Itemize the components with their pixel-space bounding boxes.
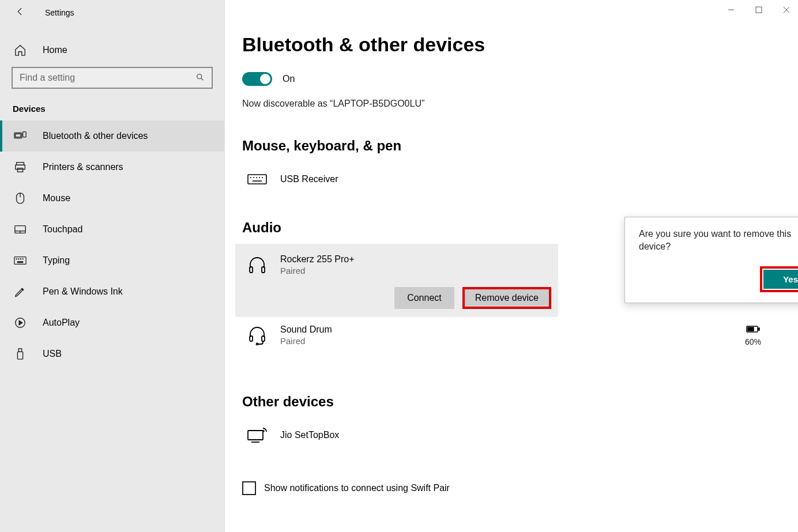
titlebar: Settings bbox=[0, 0, 224, 25]
mouse-icon bbox=[14, 192, 27, 205]
sidebar-item-printers[interactable]: Printers & scanners bbox=[0, 152, 224, 183]
page-title: Bluetooth & other devices bbox=[242, 33, 778, 56]
svg-point-15 bbox=[20, 259, 21, 259]
selected-device-panel: Rockerz 255 Pro+ Paired Connect Remove d… bbox=[235, 244, 558, 317]
svg-rect-6 bbox=[17, 168, 22, 172]
connect-button[interactable]: Connect bbox=[394, 287, 454, 309]
svg-rect-5 bbox=[16, 165, 25, 169]
sidebar-section-label: Devices bbox=[0, 89, 224, 120]
popup-actions: Yes bbox=[639, 266, 798, 292]
swift-pair-label: Show notifications to connect using Swif… bbox=[264, 483, 450, 493]
sidebar-item-mouse[interactable]: Mouse bbox=[0, 183, 224, 214]
sidebar-item-label: Typing bbox=[43, 255, 70, 266]
svg-rect-3 bbox=[23, 132, 27, 137]
home-label: Home bbox=[43, 45, 67, 55]
app-title: Settings bbox=[45, 8, 74, 17]
svg-point-0 bbox=[197, 74, 202, 78]
sidebar-item-label: Pen & Windows Ink bbox=[43, 286, 123, 297]
autoplay-icon bbox=[14, 316, 27, 329]
sidebar-item-typing[interactable]: Typing bbox=[0, 245, 224, 276]
svg-rect-34 bbox=[250, 336, 253, 341]
svg-rect-35 bbox=[262, 336, 265, 341]
device-name: Sound Drum bbox=[280, 325, 732, 335]
device-status: Paired bbox=[280, 336, 732, 346]
pen-icon bbox=[14, 285, 27, 298]
svg-point-16 bbox=[22, 259, 23, 259]
minimize-button[interactable] bbox=[728, 6, 735, 15]
svg-point-36 bbox=[257, 343, 258, 345]
sidebar-item-label: Bluetooth & other devices bbox=[43, 131, 148, 141]
battery-icon bbox=[745, 324, 761, 336]
sidebar-item-touchpad[interactable]: Touchpad bbox=[0, 214, 224, 245]
search-input[interactable] bbox=[20, 73, 195, 83]
search-icon bbox=[195, 73, 205, 84]
svg-rect-32 bbox=[250, 267, 253, 273]
svg-point-13 bbox=[16, 259, 17, 259]
section-title-other: Other devices bbox=[242, 394, 778, 410]
sidebar-item-autoplay[interactable]: AutoPlay bbox=[0, 307, 224, 338]
keyboard-device-icon bbox=[247, 169, 268, 190]
touchpad-icon bbox=[14, 223, 27, 236]
remove-device-button[interactable]: Remove device bbox=[462, 287, 551, 309]
display-device-icon bbox=[247, 425, 268, 446]
search-box[interactable] bbox=[12, 67, 213, 89]
printer-icon bbox=[14, 161, 27, 173]
sidebar-item-label: Printers & scanners bbox=[43, 162, 123, 172]
main: Bluetooth & other devices On Now discove… bbox=[225, 0, 798, 532]
device-actions: Connect Remove device bbox=[242, 287, 558, 309]
device-row-sound-drum[interactable]: Sound Drum Paired 60% bbox=[242, 317, 778, 353]
confirm-remove-popup: Are you sure you want to remove this dev… bbox=[624, 217, 798, 303]
svg-rect-12 bbox=[14, 257, 26, 265]
device-row-settopbox[interactable]: Jio SetTopBox bbox=[242, 418, 778, 452]
sidebar-item-label: Mouse bbox=[43, 193, 70, 203]
svg-rect-20 bbox=[17, 352, 22, 359]
device-status: Paired bbox=[280, 266, 558, 276]
headset-icon bbox=[247, 325, 268, 346]
bluetooth-toggle[interactable] bbox=[242, 72, 272, 86]
popup-text: Are you sure you want to remove this dev… bbox=[639, 228, 798, 254]
sidebar-item-label: AutoPlay bbox=[43, 318, 80, 328]
bluetooth-toggle-row: On bbox=[242, 72, 778, 86]
bluetooth-devices-icon bbox=[14, 130, 27, 142]
sidebar-item-label: Touchpad bbox=[43, 224, 82, 235]
svg-rect-39 bbox=[748, 327, 754, 331]
svg-rect-40 bbox=[248, 431, 263, 440]
discoverable-text: Now discoverable as “LAPTOP-B5DGO0LU” bbox=[242, 99, 778, 109]
svg-rect-22 bbox=[756, 7, 762, 13]
device-battery: 60% bbox=[745, 324, 761, 346]
sidebar: Settings Home Devices Bluetooth & other … bbox=[0, 0, 225, 532]
device-row-usb-receiver[interactable]: USB Receiver bbox=[242, 162, 778, 197]
svg-rect-19 bbox=[18, 349, 22, 352]
popup-yes-button[interactable]: Yes bbox=[763, 270, 798, 289]
bluetooth-toggle-label: On bbox=[283, 74, 295, 84]
window-controls bbox=[728, 6, 790, 15]
svg-rect-38 bbox=[758, 328, 759, 330]
maximize-button[interactable] bbox=[755, 6, 762, 15]
device-name: USB Receiver bbox=[280, 174, 778, 184]
svg-rect-2 bbox=[16, 134, 21, 137]
device-name: Jio SetTopBox bbox=[280, 430, 778, 440]
home-icon bbox=[14, 44, 27, 56]
device-row-rockerz[interactable]: Rockerz 255 Pro+ Paired bbox=[242, 252, 558, 287]
svg-rect-25 bbox=[248, 175, 266, 184]
headphones-icon bbox=[247, 255, 268, 276]
usb-icon bbox=[14, 348, 27, 360]
popup-yes-highlight: Yes bbox=[760, 266, 798, 292]
search-wrap bbox=[0, 67, 224, 89]
swift-pair-checkbox[interactable] bbox=[242, 481, 256, 495]
sidebar-item-usb[interactable]: USB bbox=[0, 338, 224, 369]
section-title-mouse-kb: Mouse, keyboard, & pen bbox=[242, 138, 778, 154]
sidebar-item-pen[interactable]: Pen & Windows Ink bbox=[0, 276, 224, 307]
sidebar-item-label: USB bbox=[43, 349, 62, 359]
svg-rect-17 bbox=[17, 262, 22, 263]
home-nav[interactable]: Home bbox=[0, 36, 224, 65]
battery-percent: 60% bbox=[745, 337, 761, 346]
sidebar-item-bluetooth[interactable]: Bluetooth & other devices bbox=[0, 120, 224, 152]
keyboard-icon bbox=[14, 254, 27, 267]
close-button[interactable] bbox=[783, 6, 790, 15]
swift-pair-row: Show notifications to connect using Swif… bbox=[242, 481, 778, 495]
back-arrow-icon[interactable] bbox=[13, 4, 28, 22]
svg-point-14 bbox=[18, 259, 19, 259]
device-name: Rockerz 255 Pro+ bbox=[280, 254, 558, 265]
svg-rect-33 bbox=[262, 267, 265, 273]
